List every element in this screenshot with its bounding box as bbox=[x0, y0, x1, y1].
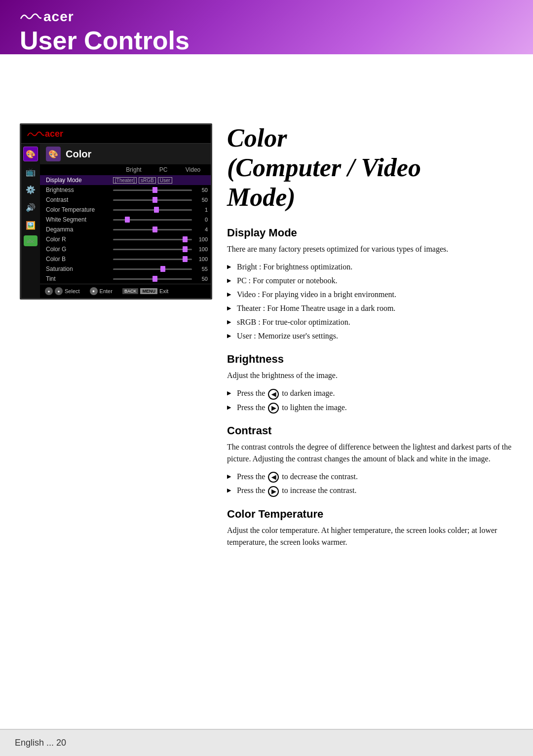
osd-main: 🎨 Color Bright PC Video Display Mode [Th… bbox=[40, 144, 212, 298]
osd-whiteseg-label: White Segment bbox=[46, 216, 110, 223]
osd-color-section-icon: 🎨 bbox=[46, 147, 61, 161]
osd-colorr-value: 100 bbox=[194, 236, 208, 242]
brightness-heading: Brightness bbox=[227, 353, 513, 366]
contrast-heading: Contrast bbox=[227, 424, 513, 437]
osd-acer-text: acer bbox=[45, 129, 63, 139]
osd-colorb-value: 100 bbox=[194, 256, 208, 262]
right-arrow-btn: ▶ bbox=[268, 403, 279, 414]
osd-back-btn: BACK bbox=[122, 288, 139, 294]
osd-menu-btn: MENU bbox=[140, 288, 157, 294]
osd-col-video: Video bbox=[178, 166, 208, 173]
left-arrow-btn-contrast: ◀ bbox=[268, 472, 279, 483]
list-item: Press the ▶ to increase the contrast. bbox=[227, 484, 513, 497]
osd-colortemp-label: Color Temperature bbox=[46, 206, 110, 213]
osd-colortemp-row: Color Temperature 1 bbox=[40, 205, 212, 215]
osd-select-left-btn: ● bbox=[45, 287, 53, 295]
acer-logo-header: acer bbox=[20, 9, 513, 25]
osd-saturation-value: 55 bbox=[194, 266, 208, 272]
osd-display-mode-values: [Theater] sRGB User bbox=[113, 177, 172, 184]
text-panel: Color (Computer / Video Mode) Display Mo… bbox=[227, 123, 513, 553]
osd-select-control: ● ● Select bbox=[45, 287, 80, 295]
page-title: User Controls bbox=[20, 28, 513, 53]
osd-col-pc: PC bbox=[149, 166, 178, 173]
list-item: sRGB : For true-color optimization. bbox=[227, 315, 513, 329]
osd-brightness-value: 50 bbox=[194, 187, 208, 193]
osd-layout: 🎨 📺 ⚙️ 🔊 🖼️ abc 🎨 Color Bright PC Vid bbox=[21, 144, 211, 298]
osd-contrast-label: Contrast bbox=[46, 196, 110, 203]
osd-contrast-slider: 50 bbox=[113, 197, 208, 203]
osd-colorr-slider: 100 bbox=[113, 236, 208, 242]
osd-display-mode-row: Display Mode [Theater] sRGB User bbox=[40, 175, 212, 185]
osd-col-headers: Bright PC Video bbox=[40, 164, 212, 175]
sidebar-icon-camera[interactable]: 🎨 bbox=[23, 147, 38, 161]
osd-colorb-row: Color B 100 bbox=[40, 254, 212, 264]
acer-wave-icon bbox=[20, 12, 41, 22]
osd-colorr-label: Color R bbox=[46, 236, 110, 243]
osd-saturation-row: Saturation 55 bbox=[40, 264, 212, 274]
osd-select-right-btn: ● bbox=[55, 287, 63, 295]
sidebar-icon-gear[interactable]: ⚙️ bbox=[23, 182, 38, 197]
osd-acer-wave-icon bbox=[26, 130, 45, 138]
color-temperature-intro: Adjust the color temperature. At higher … bbox=[227, 525, 513, 548]
osd-mode-user: User bbox=[158, 177, 172, 184]
list-item: Press the ◀ to darken image. bbox=[227, 386, 513, 400]
display-mode-intro: There are many factory presets optimized… bbox=[227, 243, 513, 255]
sidebar-icon-tv[interactable]: 📺 bbox=[23, 164, 38, 179]
list-item: Press the ◀ to decrease the contrast. bbox=[227, 470, 513, 484]
osd-brightness-row: Brightness 50 bbox=[40, 185, 212, 195]
osd-colortemp-value: 1 bbox=[194, 207, 208, 213]
osd-brightness-slider: 50 bbox=[113, 187, 208, 193]
osd-panel: acer 🎨 📺 ⚙️ 🔊 🖼️ abc 🎨 Color bbox=[20, 123, 212, 300]
list-item: Video : For playing video in a bright en… bbox=[227, 288, 513, 302]
osd-acer-logo: acer bbox=[26, 129, 63, 139]
osd-degamma-label: Degamma bbox=[46, 226, 110, 233]
sidebar-icon-sound[interactable]: 🔊 bbox=[23, 200, 38, 215]
osd-colorb-label: Color B bbox=[46, 256, 110, 263]
display-mode-bullets: Bright : For brightness optimization. PC… bbox=[227, 260, 513, 343]
main-content: acer 🎨 📺 ⚙️ 🔊 🖼️ abc 🎨 Color bbox=[0, 109, 533, 583]
acer-logo-text: acer bbox=[43, 9, 74, 25]
contrast-intro: The contrast controls the degree of diff… bbox=[227, 441, 513, 465]
osd-tint-slider: 50 bbox=[113, 276, 208, 282]
osd-header: acer bbox=[21, 125, 211, 144]
osd-tint-row: Tint 50 bbox=[40, 274, 212, 284]
osd-colorg-label: Color G bbox=[46, 246, 110, 253]
osd-tint-label: Tint bbox=[46, 275, 110, 282]
osd-col-bright: Bright bbox=[119, 166, 149, 173]
osd-tint-value: 50 bbox=[194, 276, 208, 282]
list-item: Press the ▶ to lighten the image. bbox=[227, 401, 513, 415]
sidebar-icon-abc[interactable]: abc bbox=[24, 235, 38, 246]
osd-footer: ● ● Select ● Enter BACK MENU Exit bbox=[40, 284, 212, 298]
osd-degamma-value: 4 bbox=[194, 227, 208, 232]
brightness-intro: Adjust the brightness of the image. bbox=[227, 370, 513, 381]
osd-brightness-label: Brightness bbox=[46, 187, 110, 193]
contrast-bullets: Press the ◀ to decrease the contrast. Pr… bbox=[227, 470, 513, 498]
osd-saturation-slider: 55 bbox=[113, 266, 208, 272]
osd-colorg-value: 100 bbox=[194, 246, 208, 252]
osd-select-label: Select bbox=[65, 288, 80, 294]
list-item: User : Memorize user's settings. bbox=[227, 329, 513, 343]
color-mode-title: Color (Computer / Video Mode) bbox=[227, 123, 513, 212]
osd-degamma-slider: 4 bbox=[113, 227, 208, 232]
osd-contrast-value: 50 bbox=[194, 197, 208, 203]
osd-mode-theater: [Theater] bbox=[113, 177, 137, 184]
header: acer User Controls bbox=[0, 0, 533, 54]
sidebar-icon-image[interactable]: 🖼️ bbox=[23, 218, 38, 232]
osd-enter-label: Enter bbox=[100, 288, 113, 294]
right-arrow-btn-contrast: ▶ bbox=[268, 486, 279, 497]
display-mode-heading: Display Mode bbox=[227, 227, 513, 239]
osd-mode-srgb: sRGB bbox=[139, 177, 156, 184]
osd-whiteseg-slider: 0 bbox=[113, 217, 208, 223]
osd-colorr-row: Color R 100 bbox=[40, 234, 212, 244]
left-arrow-btn: ◀ bbox=[268, 389, 279, 400]
osd-back-control: BACK MENU Exit bbox=[122, 288, 168, 294]
osd-whiteseg-value: 0 bbox=[194, 217, 208, 223]
osd-exit-label: Exit bbox=[159, 288, 168, 294]
list-item: PC : For computer or notebook. bbox=[227, 274, 513, 288]
osd-degamma-row: Degamma 4 bbox=[40, 225, 212, 234]
osd-sidebar: 🎨 📺 ⚙️ 🔊 🖼️ abc bbox=[21, 144, 40, 298]
osd-enter-btn: ● bbox=[90, 287, 98, 295]
osd-colorb-slider: 100 bbox=[113, 256, 208, 262]
osd-colorg-slider: 100 bbox=[113, 246, 208, 252]
osd-colortemp-slider: 1 bbox=[113, 207, 208, 213]
